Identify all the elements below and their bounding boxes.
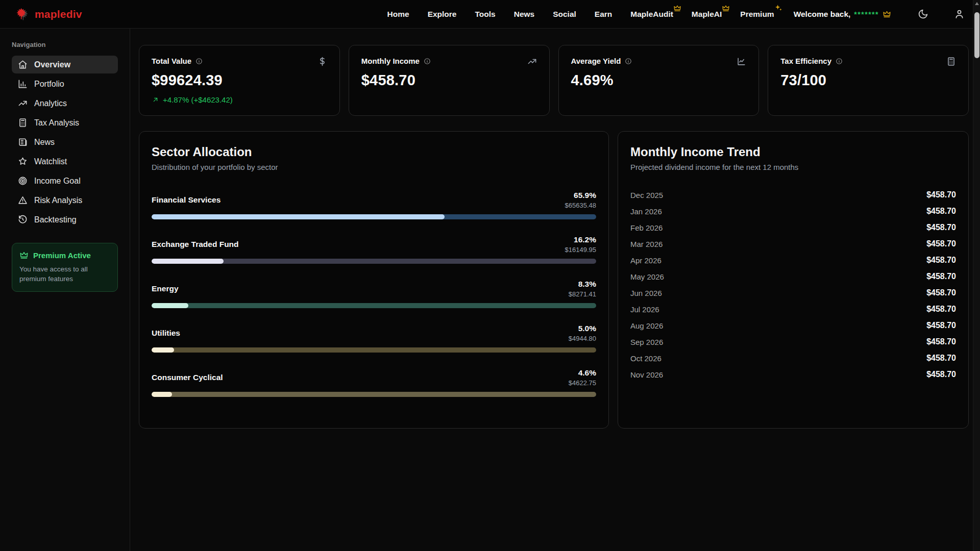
income-month: Jan 2026: [630, 207, 662, 216]
trending-up-icon: [18, 98, 28, 108]
sidebar-item[interactable]: Overview: [12, 56, 118, 73]
sparkles-icon: [774, 4, 782, 12]
sector-row: Consumer Cyclical 4.6% $4622.75: [152, 368, 596, 397]
income-amount: $458.70: [926, 239, 956, 248]
sector-percent: 4.6%: [569, 368, 596, 378]
topnav-link-label: News: [514, 10, 535, 18]
topnav-link[interactable]: News: [514, 10, 535, 19]
topnav-link[interactable]: Explore: [428, 10, 457, 19]
topnav-link-label: Tools: [475, 10, 496, 18]
income-month: Jun 2026: [630, 289, 662, 297]
topnav-link-label: Earn: [595, 10, 612, 18]
bar-chart-icon: [18, 79, 28, 89]
stat-card-header: Total Value: [152, 57, 327, 66]
income-amount: $458.70: [926, 354, 956, 363]
sidebar-item[interactable]: Risk Analysis: [12, 191, 118, 209]
brand-logo[interactable]: maplediv: [15, 7, 82, 21]
income-month: Nov 2026: [630, 370, 663, 379]
sidebar-section-label: Navigation: [12, 41, 118, 48]
stat-label: Average Yield: [571, 57, 621, 65]
income-trend-subtitle: Projected dividend income for the next 1…: [630, 163, 956, 171]
scrollbar-up-arrow[interactable]: [975, 2, 979, 5]
line-chart-icon: [737, 57, 746, 66]
info-icon[interactable]: [424, 58, 431, 65]
topnav-link[interactable]: Home: [387, 10, 409, 19]
topnav-link[interactable]: Earn: [595, 10, 612, 19]
user-icon: [954, 9, 965, 19]
income-month: Sep 2026: [630, 338, 663, 346]
theme-toggle-button[interactable]: [918, 9, 928, 19]
account-button[interactable]: [954, 9, 965, 19]
sector-bar-fill: [152, 214, 445, 219]
income-row: Feb 2026 $458.70: [630, 219, 956, 236]
income-amount: $458.70: [926, 321, 956, 330]
sidebar-item[interactable]: Analytics: [12, 94, 118, 112]
sidebar-item-label: Tax Analysis: [34, 118, 79, 128]
sidebar-item[interactable]: News: [12, 133, 118, 151]
sidebar-item-label: Risk Analysis: [34, 196, 82, 205]
brand-name: maplediv: [35, 8, 82, 20]
sector-amount: $4622.75: [569, 379, 596, 387]
alert-triangle-icon: [18, 195, 28, 205]
topnav-link-label: MapleAI: [692, 10, 722, 18]
income-amount: $458.70: [926, 370, 956, 379]
trending-up-icon: [527, 57, 537, 66]
sector-percent: 16.2%: [565, 235, 596, 244]
topbar: maplediv Home Explore Tools News Social: [0, 0, 980, 29]
income-amount: $458.70: [926, 337, 956, 346]
sector-bar-track: [152, 392, 596, 397]
sector-amount: $4944.80: [569, 335, 596, 342]
stats-row: Total Value $99624.39 +4.87% (+$4623.42): [139, 45, 969, 116]
info-icon[interactable]: [625, 58, 632, 65]
topnav-link[interactable]: Tools: [475, 10, 496, 19]
stat-label: Tax Efficiency: [780, 57, 831, 65]
topnav-link[interactable]: MapleAudit: [630, 10, 673, 19]
page-scrollbar: [973, 0, 980, 551]
sector-allocation-panel: Sector Allocation Distribution of your p…: [139, 131, 609, 429]
premium-status-description: You have access to all premium features: [19, 265, 110, 284]
income-trend-panel: Monthly Income Trend Projected dividend …: [618, 131, 969, 429]
income-row: Mar 2026 $458.70: [630, 236, 956, 252]
scrollbar-thumb[interactable]: [974, 12, 979, 58]
panels-row: Sector Allocation Distribution of your p…: [139, 131, 969, 429]
sidebar-item-label: Portfolio: [34, 80, 64, 89]
sidebar-item-label: Backtesting: [34, 215, 77, 224]
moon-icon: [918, 9, 928, 19]
topnav-link[interactable]: MapleAI: [692, 10, 722, 19]
premium-status-box: Premium Active You have access to all pr…: [12, 243, 118, 292]
sidebar-item[interactable]: Backtesting: [12, 211, 118, 229]
sector-row: Exchange Traded Fund 16.2% $16149.95: [152, 235, 596, 264]
income-amount: $458.70: [926, 256, 956, 265]
sector-name: Utilities: [152, 329, 180, 338]
topnav-link-label: Explore: [428, 10, 457, 18]
income-month: Feb 2026: [630, 223, 663, 232]
topnav-link-label: Social: [553, 10, 576, 18]
arrow-up-right-icon: [152, 96, 159, 104]
income-row: Apr 2026 $458.70: [630, 252, 956, 268]
income-month: Dec 2025: [630, 191, 663, 199]
income-month: Apr 2026: [630, 256, 662, 265]
sector-name: Energy: [152, 284, 179, 293]
sidebar-item[interactable]: Watchlist: [12, 153, 118, 170]
sidebar-item[interactable]: Income Goal: [12, 172, 118, 190]
sector-name: Consumer Cyclical: [152, 373, 223, 382]
sector-amount: $8271.41: [569, 290, 596, 298]
topnav-link[interactable]: Premium: [740, 10, 774, 19]
topnav-link[interactable]: Social: [553, 10, 576, 19]
sidebar-item[interactable]: Portfolio: [12, 75, 118, 93]
home-icon: [18, 60, 28, 69]
income-amount: $458.70: [926, 288, 956, 297]
star-icon: [18, 157, 28, 166]
premium-status-header: Premium Active: [19, 251, 110, 260]
info-icon[interactable]: [195, 58, 203, 65]
income-row: Nov 2026 $458.70: [630, 366, 956, 383]
welcome-masked-username: *******: [854, 10, 879, 18]
income-month: May 2026: [630, 272, 664, 281]
topnav-link-label: Premium: [740, 10, 774, 18]
sector-row: Utilities 5.0% $4944.80: [152, 324, 596, 353]
info-icon[interactable]: [836, 58, 843, 65]
sector-allocation-title: Sector Allocation: [152, 145, 596, 159]
income-amount: $458.70: [926, 223, 956, 232]
sidebar-item[interactable]: Tax Analysis: [12, 114, 118, 132]
sector-percent: 65.9%: [565, 191, 596, 200]
